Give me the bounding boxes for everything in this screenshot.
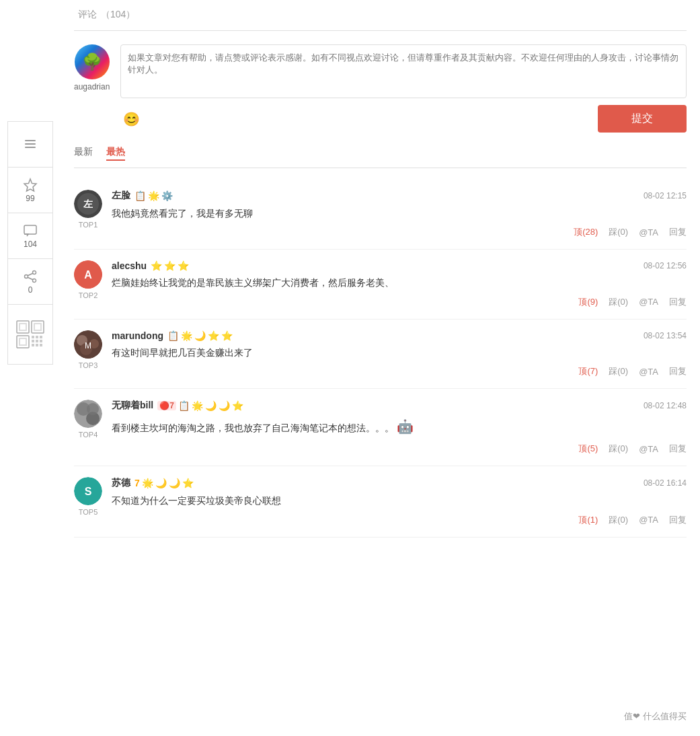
comment-badges-3: 📋 🌟 🌙 ⭐ ⭐ <box>167 330 233 341</box>
reply-btn-3[interactable]: 回复 <box>669 365 687 377</box>
svg-text:M: M <box>85 341 91 351</box>
reply-btn-4[interactable]: 回复 <box>669 443 687 455</box>
comment-actions-4: 顶(5) 踩(0) @TA 回复 <box>112 443 687 455</box>
upvote-btn-1[interactable]: 顶(28) <box>574 226 598 238</box>
sidebar-qr[interactable] <box>7 304 53 365</box>
emoji-button[interactable]: 😊 <box>120 108 143 130</box>
comment-badges-4: 🔴7 📋 🌟 🌙 🌙 ⭐ <box>157 400 243 411</box>
comment-body-1: 左脸 📋 🌟 ⚙️ 08-02 12:15 我他妈竟然看完了，我是有多无聊 顶(… <box>112 190 687 238</box>
comment-time-4: 08-02 12:48 <box>644 401 687 410</box>
comment-text-4: 看到楼主坎坷的海淘之路，我也放弃了自己海淘笔记本的想法。。。 🤖 <box>112 416 687 437</box>
inline-emoji-4: 🤖 <box>397 416 414 437</box>
comment-username-1: 左脸 <box>112 190 130 202</box>
comment-input-area: 🌳 augadrian 😊 提交 <box>74 44 687 133</box>
svg-rect-12 <box>20 324 26 330</box>
svg-line-8 <box>28 273 33 276</box>
comment-avatar-3: M <box>74 330 102 359</box>
comment-avatar-5: S <box>74 477 102 505</box>
comment-username-2: alecshu <box>112 260 147 271</box>
comment-input-section: 😊 提交 <box>120 44 687 133</box>
sidebar-item-share[interactable]: 0 <box>7 258 53 304</box>
svg-rect-21 <box>40 336 42 338</box>
sidebar-item-comment[interactable]: 104 <box>7 213 53 258</box>
at-btn-5[interactable]: @TA <box>639 515 658 525</box>
comment-rank-2: TOP2 <box>79 291 98 299</box>
downvote-btn-3[interactable]: 踩(0) <box>609 365 628 377</box>
svg-rect-15 <box>35 324 40 330</box>
comment-rank-1: TOP1 <box>79 221 98 229</box>
submit-button[interactable]: 提交 <box>598 105 687 133</box>
sidebar-item-list[interactable] <box>7 121 53 167</box>
svg-point-7 <box>33 279 36 282</box>
comment-tabs: 最新 最热 <box>74 146 687 168</box>
comment-user-info-2: alecshu ⭐ ⭐ ⭐ <box>112 260 189 271</box>
svg-rect-20 <box>36 336 38 338</box>
comment-avatar-2: A <box>74 260 102 289</box>
upvote-btn-4[interactable]: 顶(5) <box>578 443 598 455</box>
comment-avatar-col-4: TOP4 <box>74 400 102 455</box>
at-btn-2[interactable]: @TA <box>639 297 658 307</box>
share-count: 0 <box>28 285 33 295</box>
comment-user-info-4: 无聊着bill 🔴7 📋 🌟 🌙 🌙 ⭐ <box>112 400 243 412</box>
sidebar-item-star[interactable]: 99 <box>7 167 53 213</box>
comment-user-info-1: 左脸 📋 🌟 ⚙️ <box>112 190 173 202</box>
comment-actions-2: 顶(9) 踩(0) @TA 回复 <box>112 296 687 308</box>
section-title-text: 评论 <box>78 9 97 20</box>
current-user-avatar-col: 🌳 augadrian <box>74 44 110 133</box>
svg-rect-23 <box>36 340 38 342</box>
comment-username-3: marundong <box>112 330 163 341</box>
downvote-btn-1[interactable]: 踩(0) <box>609 226 628 238</box>
tab-hottest[interactable]: 最热 <box>106 146 125 161</box>
comment-body-4: 无聊着bill 🔴7 📋 🌟 🌙 🌙 ⭐ 08-02 12:48 <box>112 400 687 455</box>
comment-text-5: 不知道为什么一定要买垃圾美帝良心联想 <box>112 493 687 508</box>
comment-item-2: A TOP2 alecshu ⭐ ⭐ ⭐ <box>74 250 687 319</box>
comment-username-4: 无聊着bill <box>112 400 153 412</box>
downvote-btn-2[interactable]: 踩(0) <box>609 296 628 308</box>
comment-badges-2: ⭐ ⭐ ⭐ <box>151 260 189 271</box>
svg-line-9 <box>28 277 33 280</box>
upvote-btn-3[interactable]: 顶(7) <box>578 365 598 377</box>
at-btn-1[interactable]: @TA <box>639 227 658 237</box>
tab-latest[interactable]: 最新 <box>74 146 93 161</box>
svg-rect-2 <box>25 147 36 148</box>
main-content: 评论（104） 🌳 augadrian 😊 提交 最新 最热 <box>61 7 700 538</box>
comment-body-3: marundong 📋 🌟 🌙 ⭐ ⭐ 08-02 13:54 有这时间早就把几… <box>112 330 687 377</box>
svg-text:左: 左 <box>83 198 93 209</box>
textarea-toolbar: 😊 提交 <box>120 105 687 133</box>
comment-actions-3: 顶(7) 踩(0) @TA 回复 <box>112 365 687 377</box>
svg-point-5 <box>33 270 36 274</box>
svg-rect-1 <box>25 143 36 145</box>
svg-rect-25 <box>32 344 34 346</box>
svg-point-40 <box>87 403 99 415</box>
upvote-btn-5[interactable]: 顶(1) <box>578 514 598 526</box>
comment-time-5: 08-02 16:14 <box>644 478 687 488</box>
reply-btn-2[interactable]: 回复 <box>669 296 687 308</box>
star-count: 99 <box>26 194 34 203</box>
comment-rank-3: TOP3 <box>79 361 98 369</box>
svg-text:A: A <box>84 269 92 281</box>
comment-time-3: 08-02 13:54 <box>644 331 687 340</box>
comment-avatar-col-1: 左 TOP1 <box>74 190 102 238</box>
comment-header-5: 苏德 7 🌟 🌙 🌙 ⭐ 08-02 16:14 <box>112 477 687 489</box>
svg-rect-24 <box>40 340 42 342</box>
at-btn-4[interactable]: @TA <box>639 444 658 454</box>
comment-rank-5: TOP5 <box>79 508 98 516</box>
at-btn-3[interactable]: @TA <box>639 367 658 377</box>
reply-btn-1[interactable]: 回复 <box>669 226 687 238</box>
downvote-btn-5[interactable]: 踩(0) <box>609 514 628 526</box>
downvote-btn-4[interactable]: 踩(0) <box>609 443 628 455</box>
svg-rect-4 <box>24 225 36 234</box>
svg-rect-0 <box>25 140 36 141</box>
svg-rect-19 <box>32 336 34 338</box>
reply-btn-5[interactable]: 回复 <box>669 514 687 526</box>
svg-rect-22 <box>32 340 34 342</box>
comment-item-4: TOP4 无聊着bill 🔴7 📋 🌟 🌙 🌙 ⭐ <box>74 389 687 466</box>
comment-list: 左 TOP1 左脸 📋 🌟 ⚙️ <box>74 179 687 538</box>
section-title: 评论（104） <box>74 7 687 31</box>
svg-rect-26 <box>36 344 38 346</box>
comment-textarea[interactable] <box>120 44 687 98</box>
upvote-btn-2[interactable]: 顶(9) <box>578 296 598 308</box>
comment-body-5: 苏德 7 🌟 🌙 🌙 ⭐ 08-02 16:14 不知道为什么一定要买垃圾美帝良… <box>112 477 687 525</box>
comment-header-2: alecshu ⭐ ⭐ ⭐ 08-02 12:56 <box>112 260 687 271</box>
comment-header-1: 左脸 📋 🌟 ⚙️ 08-02 12:15 <box>112 190 687 202</box>
